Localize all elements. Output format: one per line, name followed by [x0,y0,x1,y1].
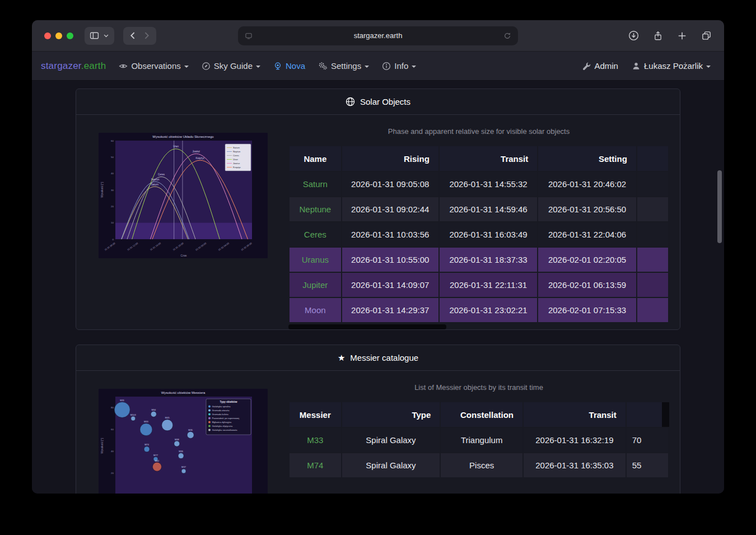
caret-down-icon [256,66,260,68]
nav-settings[interactable]: Settings [318,61,369,71]
brand-secondary: .earth [81,61,106,71]
sidebar-toggle[interactable] [85,27,114,45]
object-name-link[interactable]: M33 [290,428,341,452]
new-tab-button[interactable] [677,31,687,41]
svg-text:M45: M45 [165,416,170,419]
back-button[interactable] [128,31,138,40]
rising-cell: 2026-01-31 14:29:37 [342,298,438,322]
object-name-link[interactable]: Neptune [290,197,341,221]
messier-table-col: List of Messier objects by its transit t… [286,371,680,494]
clipped-cell [637,172,668,196]
rising-cell: 2026-01-31 09:05:08 [342,172,438,196]
admin-link[interactable]: Admin [582,61,618,71]
svg-text:Galaktyka spiralna: Galaktyka spiralna [212,405,231,408]
solar-table-wrap: Name Rising Transit Setting [288,145,669,323]
zoom-button[interactable] [67,32,73,39]
svg-text:80: 80 [111,406,114,409]
svg-text:Uran: Uran [173,145,179,148]
col-transit: Transit [524,402,626,427]
object-name-link[interactable]: M74 [290,453,341,477]
constellation-cell: Pisces [441,453,522,477]
horizontal-scrollbar[interactable] [288,324,446,329]
transit-cell: 2026-01-31 16:03:49 [440,222,537,246]
object-name-link[interactable]: Ceres [290,222,341,246]
vertical-scrollbar[interactable] [717,170,722,243]
brand-primary: stargazer [41,61,81,71]
user-menu[interactable]: Łukasz Pożarlik [632,61,711,71]
svg-text:Wysokość obiektów Układu Słone: Wysokość obiektów Układu Słonecznego [152,135,214,138]
nav-nova-label: Nova [286,61,305,71]
object-name-link[interactable]: Moon [290,298,341,322]
table-scrollbar-thumb[interactable] [662,402,669,427]
reload-icon[interactable] [503,32,511,40]
chevron-down-icon [103,32,109,39]
nav-nova[interactable]: Nova [273,61,305,71]
svg-text:30: 30 [111,189,114,192]
navbar-right: Admin Łukasz Pożarlik [582,61,715,71]
downloads-button[interactable] [628,30,639,41]
page-icon [245,32,253,40]
solar-card-header: Solar Objects [76,89,680,115]
tab-overview-button[interactable] [701,30,712,41]
svg-text:Pozostałość po supernowej: Pozostałość po supernowej [212,417,240,420]
svg-text:Neptun: Neptun [233,150,241,153]
svg-text:60: 60 [111,139,114,142]
caret-down-icon [412,66,416,68]
setting-cell: 2026-01-31 20:46:02 [538,172,636,196]
minimize-button[interactable] [55,32,62,39]
object-name-link[interactable]: Saturn [290,172,341,196]
share-button[interactable] [653,31,663,41]
nav-observations[interactable]: Observations [119,61,188,71]
messier-table: Messier Type Constellation Transit [288,401,669,478]
svg-text:M31: M31 [120,399,125,402]
camera-icon [273,62,282,71]
svg-text:M74: M74 [144,443,150,446]
transit-cell: 2026-01-31 16:32:19 [524,428,626,452]
table-row: Uranus 2026-01-31 10:55:00 2026-01-31 18… [290,248,668,272]
table-row: Moon 2026-01-31 14:29:37 2026-01-31 23:0… [290,298,668,322]
object-name-link[interactable]: Jupiter [290,273,341,297]
svg-text:Galaktyka eliptyczna: Galaktyka eliptyczna [212,425,233,427]
svg-text:60: 60 [111,428,114,431]
clipped-cell: 70 [627,428,668,452]
clipped-cell [637,197,668,221]
wrench-icon [582,62,591,71]
svg-text:Uran: Uran [233,158,239,161]
url-text: stargazer.earth [253,31,503,40]
svg-text:40: 40 [111,450,114,453]
messier-chart-col: 02040608031.01 12:0031.01 16:0031.01 20:… [76,371,286,494]
nav-sky-guide[interactable]: Sky Guide [202,61,260,71]
brand-logo[interactable]: stargazer.earth [41,61,106,72]
site-navbar: stargazer.earth Observations Sky Guide [32,52,724,81]
svg-text:Czas: Czas [181,254,188,257]
transit-cell: 2026-01-31 14:55:32 [440,172,537,196]
svg-text:Wysokość [°]: Wysokość [°] [101,438,104,454]
svg-text:40: 40 [111,172,114,175]
rising-cell: 2026-01-31 14:09:07 [342,273,438,297]
type-cell: Spiral Galaxy [342,428,440,452]
solar-altitude-chart: 010203040506031.01 08:0031.01 12:0031.01… [99,133,268,258]
solar-card-body: 010203040506031.01 08:0031.01 12:0031.01… [76,115,680,329]
svg-text:Saturn: Saturn [233,146,240,149]
col-constellation: Constellation [441,402,522,427]
messier-card-title: Messier catalogue [350,353,418,362]
svg-text:10: 10 [111,221,114,224]
address-bar[interactable]: stargazer.earth [238,26,518,45]
type-cell: Spiral Galaxy [342,453,440,477]
close-button[interactable] [44,32,51,39]
setting-cell: 2026-01-31 22:04:06 [538,222,636,246]
object-name-link[interactable]: Uranus [290,248,341,272]
nav-settings-label: Settings [331,61,361,71]
svg-text:Księżyc: Księżyc [233,166,241,169]
history-nav [123,27,156,45]
forward-button[interactable] [142,31,151,40]
rising-cell: 2026-01-31 10:03:56 [342,222,438,246]
clipped-cell [637,273,668,297]
page-content: Solar Objects 010203040506031.01 08:0031… [32,81,724,494]
browser-chrome: stargazer.earth [32,20,724,52]
sidebar-icon [90,31,99,40]
svg-text:Galaktyka soczewkowata: Galaktyka soczewkowata [212,429,238,431]
solar-table-col: Phase and apparent relative size for vis… [286,115,680,329]
nav-info[interactable]: Info [382,61,416,71]
nav-info-label: Info [394,61,408,71]
